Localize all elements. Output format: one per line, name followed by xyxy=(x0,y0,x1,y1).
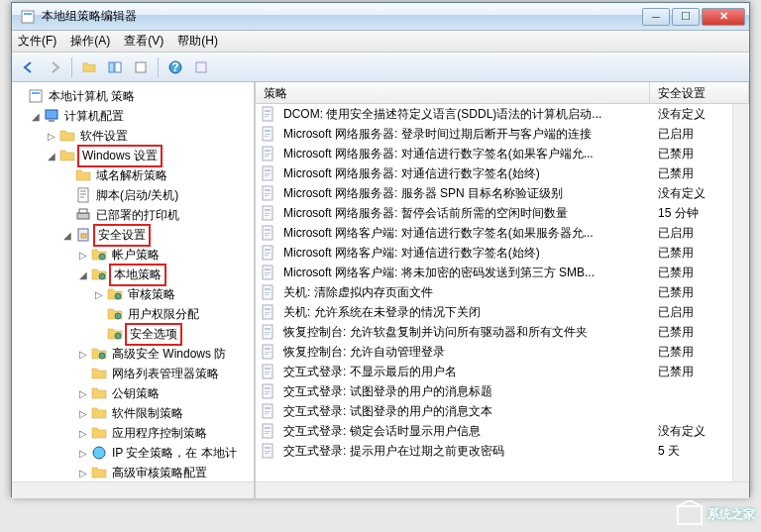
script-icon xyxy=(75,187,91,203)
printer-icon xyxy=(75,207,91,223)
column-policy[interactable]: 策略 xyxy=(256,82,650,103)
policy-row[interactable]: Microsoft 网络服务器: 服务器 SPN 目标名称验证级别没有定义 xyxy=(256,183,749,203)
policy-icon xyxy=(260,304,275,320)
tree-item[interactable]: ▷IP 安全策略，在 本地计 xyxy=(14,443,252,463)
menu-view[interactable]: 查看(V) xyxy=(124,33,163,50)
menu-action[interactable]: 操作(A) xyxy=(70,33,110,50)
titlebar[interactable]: 本地组策略编辑器 ─ ☐ ✕ xyxy=(12,3,749,31)
policy-row[interactable]: 交互式登录: 不显示最后的用户名已禁用 xyxy=(256,362,749,381)
svg-rect-20 xyxy=(196,62,206,72)
tree-item[interactable]: ▷公钥策略 xyxy=(14,383,252,403)
menu-file[interactable]: 文件(F) xyxy=(18,33,56,50)
policy-row[interactable]: DCOM: 使用安全描述符定义语言(SDDL)语法的计算机启动...没有定义 xyxy=(256,104,749,124)
policy-row[interactable]: 恢复控制台: 允许自动管理登录已禁用 xyxy=(256,342,749,362)
policy-icon xyxy=(260,225,275,241)
list-pane[interactable]: 策略 安全设置 DCOM: 使用安全描述符定义语言(SDDL)语法的计算机启动.… xyxy=(256,82,749,498)
expand-icon[interactable]: ▷ xyxy=(77,428,89,439)
expand-icon[interactable]: ▷ xyxy=(77,408,89,419)
policy-row[interactable]: Microsoft 网络客户端: 对通信进行数字签名(始终)已禁用 xyxy=(256,243,749,263)
export-button[interactable] xyxy=(130,56,152,78)
expand-icon[interactable]: ▷ xyxy=(77,250,89,261)
list-header: 策略 安全设置 xyxy=(256,82,749,104)
tree-pane[interactable]: ▷本地计算机 策略◢计算机配置▷软件设置◢Windows 设置▷域名解析策略▷脚… xyxy=(12,82,256,498)
policy-name: 恢复控制台: 允许自动管理登录 xyxy=(275,343,650,362)
expand-icon[interactable]: ◢ xyxy=(46,151,57,161)
tree-item[interactable]: ▷帐户策略 xyxy=(14,245,252,265)
maximize-button[interactable]: ☐ xyxy=(672,8,700,26)
tree-item[interactable]: ▷审核策略 xyxy=(14,284,252,304)
expand-icon[interactable]: ▷ xyxy=(93,289,105,300)
tree-item[interactable]: ▷网络列表管理器策略 xyxy=(14,364,252,383)
expand-icon[interactable]: ▷ xyxy=(77,448,89,459)
policy-row[interactable]: Microsoft 网络客户端: 对通信进行数字签名(如果服务器允...已启用 xyxy=(256,223,749,243)
expand-icon[interactable]: ▷ xyxy=(46,131,57,142)
policy-row[interactable]: 交互式登录: 试图登录的用户的消息文本 xyxy=(256,401,749,421)
folder-icon xyxy=(91,465,107,480)
security-icon xyxy=(75,227,91,243)
tree-item[interactable]: ▷脚本(启动/关机) xyxy=(14,185,252,205)
tree-item[interactable]: ◢Windows 设置 xyxy=(14,146,252,165)
policy-row[interactable]: Microsoft 网络服务器: 对通信进行数字签名(如果客户端允...已禁用 xyxy=(256,144,749,163)
tree-item-label: 安全设置 xyxy=(93,224,151,247)
tree-item[interactable]: ◢安全设置 xyxy=(14,225,252,245)
policy-row[interactable]: 恢复控制台: 允许软盘复制并访问所有驱动器和所有文件夹已禁用 xyxy=(256,322,749,342)
policy-row[interactable]: 交互式登录: 锁定会话时显示用户信息没有定义 xyxy=(256,421,749,441)
tree-item[interactable]: ▷应用程序控制策略 xyxy=(14,423,252,443)
minimize-button[interactable]: ─ xyxy=(642,8,670,26)
folder-icon xyxy=(91,425,107,441)
policy-icon xyxy=(260,344,275,360)
tree-item-label: 网络列表管理器策略 xyxy=(109,365,222,383)
policy-row[interactable]: 交互式登录: 提示用户在过期之前更改密码5 天 xyxy=(256,441,749,461)
tree-item-label: 软件设置 xyxy=(77,127,131,146)
back-button[interactable] xyxy=(18,56,40,78)
tree-item[interactable]: ▷域名解析策略 xyxy=(14,165,252,185)
expand-icon[interactable]: ▷ xyxy=(77,388,89,399)
tree-item[interactable]: ▷用户权限分配 xyxy=(14,304,252,324)
folder-icon xyxy=(59,148,75,163)
tree-item-label: 脚本(启动/关机) xyxy=(93,186,181,205)
show-hide-tree-button[interactable] xyxy=(104,56,126,78)
tree-item[interactable]: ▷已部署的打印机 xyxy=(14,205,252,225)
policy-row[interactable]: 关机: 允许系统在未登录的情况下关闭已启用 xyxy=(256,302,749,322)
policy-name: 交互式登录: 试图登录的用户的消息标题 xyxy=(275,382,650,401)
expand-icon[interactable]: ▷ xyxy=(77,468,89,479)
tree-item[interactable]: ▷软件限制策略 xyxy=(14,403,252,423)
tree-item[interactable]: ▷高级审核策略配置 xyxy=(14,463,252,482)
policy-icon xyxy=(260,245,275,261)
expand-icon[interactable]: ◢ xyxy=(77,269,89,280)
folder-s-icon xyxy=(91,247,107,263)
folder-icon xyxy=(91,366,107,381)
tree-item[interactable]: ▷高级安全 Windows 防 xyxy=(14,344,252,364)
tree-item[interactable]: ▷软件设置 xyxy=(14,126,252,146)
policy-icon xyxy=(260,106,275,122)
policy-row[interactable]: Microsoft 网络服务器: 对通信进行数字签名(始终)已禁用 xyxy=(256,163,749,183)
expand-icon[interactable]: ◢ xyxy=(30,111,42,122)
menu-help[interactable]: 帮助(H) xyxy=(177,33,218,50)
policy-row[interactable]: Microsoft 网络服务器: 暂停会话前所需的空闲时间数量15 分钟 xyxy=(256,203,749,223)
tree-root[interactable]: ▷本地计算机 策略 xyxy=(14,86,252,106)
tree-item[interactable]: ▷安全选项 xyxy=(14,324,252,344)
tree-item[interactable]: ◢计算机配置 xyxy=(14,106,252,126)
expand-icon[interactable]: ◢ xyxy=(61,230,73,241)
policy-row[interactable]: 交互式登录: 试图登录的用户的消息标题 xyxy=(256,381,749,401)
policy-row[interactable]: Microsoft 网络服务器: 登录时间过期后断开与客户端的连接已启用 xyxy=(256,124,749,144)
forward-button[interactable] xyxy=(44,56,65,78)
tree-item-label: 帐户策略 xyxy=(109,246,163,265)
policy-row[interactable]: Microsoft 网络客户端: 将未加密的密码发送到第三方 SMB...已禁用 xyxy=(256,263,749,282)
policy-row[interactable]: 关机: 清除虚拟内存页面文件已禁用 xyxy=(256,282,749,302)
tree-scrollbar-h[interactable] xyxy=(12,481,254,498)
properties-button[interactable] xyxy=(190,56,212,78)
list-scrollbar-v[interactable] xyxy=(732,104,749,481)
column-setting[interactable]: 安全设置 xyxy=(650,82,749,103)
tree-item[interactable]: ◢本地策略 xyxy=(14,265,252,284)
close-button[interactable]: ✕ xyxy=(702,8,745,26)
up-button[interactable] xyxy=(78,56,100,78)
folder-icon xyxy=(91,405,107,421)
policy-name: Microsoft 网络客户端: 将未加密的密码发送到第三方 SMB... xyxy=(275,264,650,282)
list-scrollbar-h[interactable] xyxy=(256,481,749,498)
help-button[interactable]: ? xyxy=(164,56,186,78)
policy-name: 关机: 清除虚拟内存页面文件 xyxy=(275,283,650,302)
policy-name: Microsoft 网络客户端: 对通信进行数字签名(始终) xyxy=(275,244,650,263)
policy-icon xyxy=(260,146,275,161)
expand-icon[interactable]: ▷ xyxy=(77,349,89,360)
